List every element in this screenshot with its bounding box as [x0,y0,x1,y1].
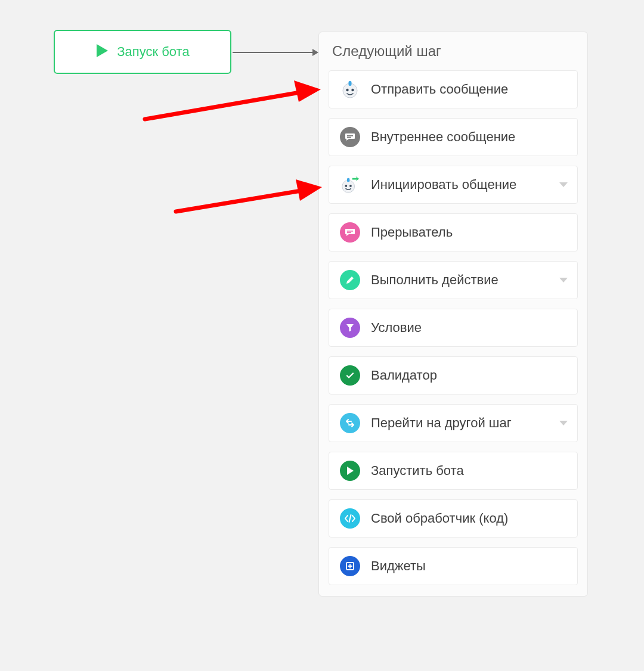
svg-point-7 [342,180,355,192]
option-validator[interactable]: Валидатор [329,356,578,394]
option-run-bot[interactable]: Запустить бота [329,452,578,490]
option-label: Условие [371,320,422,336]
funnel-purple-icon [340,318,360,338]
start-bot-label: Запуск бота [117,44,189,60]
svg-rect-8 [347,178,349,182]
connector-arrow [233,52,317,53]
option-label: Отправить сообщение [371,82,508,97]
svg-rect-5 [347,135,353,136]
option-breaker[interactable]: Прерыватель [329,213,578,251]
svg-line-17 [176,191,301,212]
option-widgets[interactable]: Виджеты [329,547,578,585]
option-custom-handler[interactable]: Свой обработчик (код) [329,499,578,538]
svg-rect-11 [347,231,353,232]
option-label: Инициировать общение [371,177,516,192]
robot-icon [340,79,360,100]
option-label: Перейти на другой шаг [371,415,512,431]
svg-rect-12 [347,232,351,234]
option-label: Виджеты [371,558,426,574]
annotation-arrow-1 [142,80,327,122]
svg-point-3 [346,89,348,91]
code-cyan-icon [340,508,360,529]
option-goto-step[interactable]: Перейти на другой шаг [329,404,578,442]
message-pink-icon [340,222,360,243]
svg-rect-2 [349,81,352,86]
chevron-down-icon [559,278,568,282]
option-send-message[interactable]: Отправить сообщение [329,70,578,108]
svg-point-9 [345,185,348,187]
option-label: Свой обработчик (код) [371,511,508,526]
option-label: Внутреннее сообщение [371,129,515,145]
option-internal-message[interactable]: Внутреннее сообщение [329,118,578,156]
check-green-icon [340,365,360,386]
play-icon [95,44,109,60]
chevron-down-icon [559,421,568,425]
svg-line-15 [145,92,300,119]
svg-marker-16 [294,80,321,102]
next-step-panel: Следующий шаг Отправить сообщение [318,32,588,597]
option-label: Валидатор [371,368,437,383]
start-bot-block[interactable]: Запуск бота [54,30,231,74]
svg-point-4 [351,89,354,91]
option-label: Выполнить действие [371,272,499,288]
svg-marker-13 [347,467,354,475]
arrows-blue-icon [340,413,360,433]
panel-title: Следующий шаг [332,43,578,60]
message-grey-icon [340,127,360,147]
option-run-action[interactable]: Выполнить действие [329,261,578,299]
play-green-icon [340,461,360,481]
option-label: Запустить бота [371,463,464,479]
option-condition[interactable]: Условие [329,309,578,347]
annotation-arrow-2 [173,179,328,215]
chevron-down-icon [559,182,568,187]
widget-blue-icon [340,556,360,576]
pencil-green-icon [340,270,360,290]
svg-marker-0 [97,44,108,57]
svg-rect-6 [347,137,351,138]
robot-arrow-icon [340,175,360,195]
svg-point-10 [349,185,352,187]
option-initiate-chat[interactable]: Инициировать общение [329,166,578,204]
option-label: Прерыватель [371,225,453,240]
